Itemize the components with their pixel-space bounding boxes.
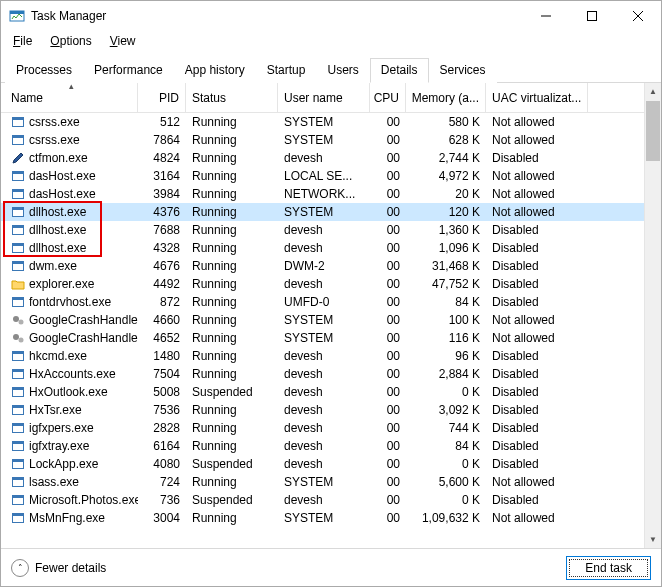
maximize-button[interactable] [569, 1, 615, 31]
col-cpu[interactable]: CPU [370, 83, 406, 112]
col-pid[interactable]: PID [138, 83, 186, 112]
process-mem: 100 K [406, 313, 486, 327]
table-row[interactable]: dllhost.exe4376RunningSYSTEM00120 KNot a… [1, 203, 661, 221]
process-mem: 47,752 K [406, 277, 486, 291]
process-uac: Disabled [486, 367, 588, 381]
process-status: Running [186, 403, 278, 417]
process-mem: 20 K [406, 187, 486, 201]
process-status: Running [186, 295, 278, 309]
process-name: GoogleCrashHandler... [29, 313, 138, 327]
process-icon [11, 511, 25, 525]
col-name[interactable]: Name [5, 83, 138, 112]
process-pid: 4676 [138, 259, 186, 273]
process-name: HxOutlook.exe [29, 385, 108, 399]
table-row[interactable]: HxOutlook.exe5008Suspendeddevesh000 KDis… [1, 383, 661, 401]
process-mem: 0 K [406, 457, 486, 471]
tab-startup[interactable]: Startup [256, 58, 317, 83]
svg-rect-37 [13, 424, 24, 427]
menu-file[interactable]: File [5, 33, 40, 49]
tab-services[interactable]: Services [429, 58, 497, 83]
col-mem[interactable]: Memory (a... [406, 83, 486, 112]
process-icon [11, 385, 25, 399]
table-row[interactable]: dllhost.exe7688Runningdevesh001,360 KDis… [1, 221, 661, 239]
minimize-button[interactable] [523, 1, 569, 31]
tab-performance[interactable]: Performance [83, 58, 174, 83]
col-uac[interactable]: UAC virtualizat... [486, 83, 588, 112]
scrollbar-thumb[interactable] [646, 101, 660, 161]
footer: ˄ Fewer details End task [1, 548, 661, 586]
process-pid: 7504 [138, 367, 186, 381]
process-cpu: 00 [370, 385, 406, 399]
process-pid: 3984 [138, 187, 186, 201]
process-cpu: 00 [370, 475, 406, 489]
process-cpu: 00 [370, 457, 406, 471]
process-pid: 3164 [138, 169, 186, 183]
table-row[interactable]: igfxtray.exe6164Runningdevesh0084 KDisab… [1, 437, 661, 455]
process-cpu: 00 [370, 421, 406, 435]
col-status[interactable]: Status [186, 83, 278, 112]
table-row[interactable]: dasHost.exe3164RunningLOCAL SE...004,972… [1, 167, 661, 185]
process-cpu: 00 [370, 331, 406, 345]
table-row[interactable]: csrss.exe512RunningSYSTEM00580 KNot allo… [1, 113, 661, 131]
process-uac: Disabled [486, 421, 588, 435]
process-user: SYSTEM [278, 511, 370, 525]
table-row[interactable]: Microsoft.Photos.exe736Suspendeddevesh00… [1, 491, 661, 509]
table-row[interactable]: MsMnFng.exe3004RunningSYSTEM001,09,632 K… [1, 509, 661, 527]
svg-rect-41 [13, 460, 24, 463]
scroll-up-icon[interactable]: ▲ [645, 83, 661, 100]
menu-options[interactable]: Options [42, 33, 99, 49]
table-row[interactable]: igfxpers.exe2828Runningdevesh00744 KDisa… [1, 419, 661, 437]
process-cpu: 00 [370, 439, 406, 453]
svg-rect-31 [13, 370, 24, 373]
process-icon [11, 169, 25, 183]
close-button[interactable] [615, 1, 661, 31]
process-pid: 1480 [138, 349, 186, 363]
end-task-button[interactable]: End task [566, 556, 651, 580]
process-name: hkcmd.exe [29, 349, 87, 363]
table-row[interactable]: dwm.exe4676RunningDWM-20031,468 KDisable… [1, 257, 661, 275]
table-row[interactable]: LockApp.exe4080Suspendeddevesh000 KDisab… [1, 455, 661, 473]
tab-processes[interactable]: Processes [5, 58, 83, 83]
tab-app-history[interactable]: App history [174, 58, 256, 83]
table-row[interactable]: lsass.exe724RunningSYSTEM005,600 KNot al… [1, 473, 661, 491]
table-row[interactable]: HxAccounts.exe7504Runningdevesh002,884 K… [1, 365, 661, 383]
scroll-down-icon[interactable]: ▼ [645, 531, 661, 548]
col-user[interactable]: User name [278, 83, 370, 112]
process-pid: 872 [138, 295, 186, 309]
process-table: Name PID Status User name CPU Memory (a.… [1, 83, 661, 548]
table-row[interactable]: GoogleCrashHandler...4652RunningSYSTEM00… [1, 329, 661, 347]
svg-point-24 [13, 316, 19, 322]
fewer-details-button[interactable]: ˄ Fewer details [11, 559, 106, 577]
process-pid: 2828 [138, 421, 186, 435]
table-row[interactable]: GoogleCrashHandler...4660RunningSYSTEM00… [1, 311, 661, 329]
table-row[interactable]: dasHost.exe3984RunningNETWORK...0020 KNo… [1, 185, 661, 203]
process-user: NETWORK... [278, 187, 370, 201]
svg-point-25 [19, 320, 24, 325]
table-row[interactable]: ctfmon.exe4824Runningdevesh002,744 KDisa… [1, 149, 661, 167]
process-status: Suspended [186, 493, 278, 507]
process-user: UMFD-0 [278, 295, 370, 309]
menubar: FileOptionsView [1, 31, 661, 51]
table-row[interactable]: HxTsr.exe7536Runningdevesh003,092 KDisab… [1, 401, 661, 419]
process-cpu: 00 [370, 313, 406, 327]
table-row[interactable]: hkcmd.exe1480Runningdevesh0096 KDisabled [1, 347, 661, 365]
table-row[interactable]: dllhost.exe4328Runningdevesh001,096 KDis… [1, 239, 661, 257]
vertical-scrollbar[interactable]: ▲ ▼ [644, 83, 661, 548]
process-mem: 3,092 K [406, 403, 486, 417]
table-row[interactable]: explorer.exe4492Runningdevesh0047,752 KD… [1, 275, 661, 293]
tab-users[interactable]: Users [316, 58, 369, 83]
svg-rect-47 [13, 514, 24, 517]
menu-view[interactable]: View [102, 33, 144, 49]
process-user: devesh [278, 439, 370, 453]
svg-rect-1 [10, 11, 24, 14]
app-icon [9, 8, 25, 24]
process-user: devesh [278, 385, 370, 399]
titlebar: Task Manager [1, 1, 661, 31]
process-name: dllhost.exe [29, 223, 86, 237]
tab-details[interactable]: Details [370, 58, 429, 83]
table-row[interactable]: fontdrvhost.exe872RunningUMFD-00084 KDis… [1, 293, 661, 311]
process-status: Running [186, 367, 278, 381]
table-row[interactable]: csrss.exe7864RunningSYSTEM00628 KNot all… [1, 131, 661, 149]
process-icon [11, 187, 25, 201]
process-uac: Not allowed [486, 331, 588, 345]
